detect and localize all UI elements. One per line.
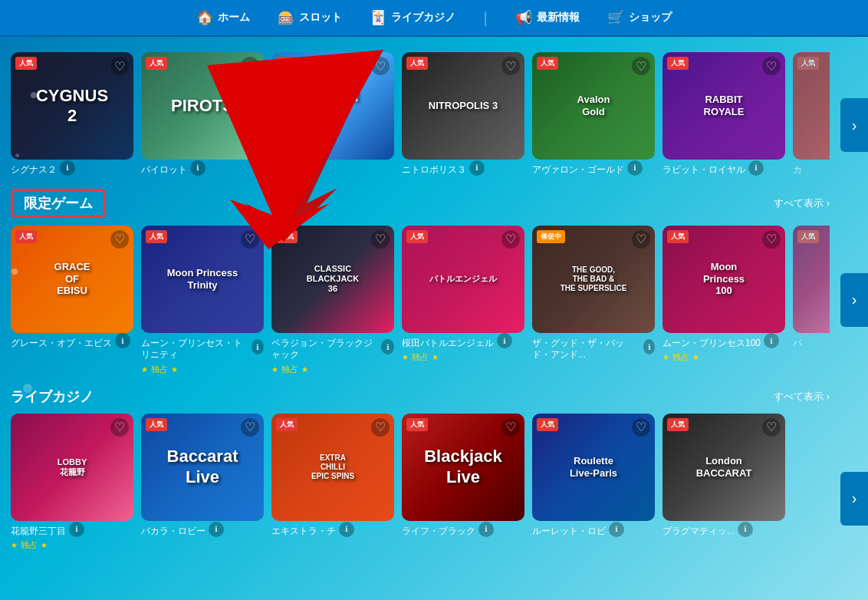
game-card-classic-blackjack[interactable]: CLASSICBLACKJACK36 人気 ♡ ベラジョン・ブラックジャック ℹ… [271, 226, 394, 375]
section-popular: CYGNUS2 人気 ♡ シグナス２ ℹ PIROTS 人気 ♡ パイロット [0, 45, 868, 176]
game-label-classic-blackjack: ベラジョン・ブラックジャック [271, 338, 378, 361]
info-blackjack-live[interactable]: ℹ [478, 522, 494, 537]
heart-pirots[interactable]: ♡ [241, 57, 259, 75]
game-card-rabbit[interactable]: RABBITROYALE 人気 ♡ ラビット・ロイヤル ℹ [663, 52, 785, 176]
info-cygnus2[interactable]: ℹ [60, 160, 75, 176]
heart-grace[interactable]: ♡ [110, 230, 129, 249]
game-card-lobby[interactable]: LOBBY花籠野 ♡ 花籠野三丁目 ℹ ★ 独占 ★ [11, 414, 133, 552]
badge-partial2: 人気 [797, 230, 819, 243]
arrow-next-limited[interactable]: › [840, 273, 868, 327]
game-label-partial2: パ [793, 338, 830, 350]
info-london-baccarat[interactable]: ℹ [738, 522, 753, 537]
game-card-pirots[interactable]: PIROTS 人気 ♡ パイロット ℹ [141, 52, 264, 176]
info-rabbit[interactable]: ℹ [748, 160, 764, 176]
info-grace[interactable]: ℹ [115, 333, 130, 348]
badge-rabbit: 人気 [667, 57, 689, 70]
arrow-next-live[interactable]: › [840, 472, 868, 526]
info-battle-angel[interactable]: ℹ [497, 333, 512, 348]
info-tropi2[interactable]: ℹ [284, 160, 299, 176]
heart-baccarat-live[interactable]: ♡ [241, 418, 259, 437]
exclusive-label-lobby: 独占 [21, 539, 38, 551]
game-card-baccarat-live[interactable]: BaccaratLive 人気 ♡ バカラ・ロビー ℹ [141, 414, 264, 552]
badge-london-baccarat: 人気 [667, 418, 689, 431]
game-card-cygnus2[interactable]: CYGNUS2 人気 ♡ シグナス２ ℹ [11, 52, 133, 176]
game-card-avalon[interactable]: AvalonGold 人気 ♡ アヴァロン・ゴールド ℹ [532, 52, 655, 176]
stars2-battle: ★ [432, 353, 439, 361]
game-card-grace[interactable]: GRACEOFEBISU 人気 ♡ グレース・オブ・エビス ℹ [11, 226, 133, 375]
info-moon-princess[interactable]: ℹ [252, 339, 264, 354]
heart-rabbit[interactable]: ♡ [762, 57, 781, 75]
heart-london-baccarat[interactable]: ♡ [762, 418, 781, 437]
nav-divider: | [483, 9, 487, 27]
game-thumb-pirots: PIROTS 人気 ♡ [141, 52, 264, 160]
game-label-lobby: 花籠野三丁目 [11, 526, 66, 538]
heart-moon100[interactable]: ♡ [762, 230, 781, 249]
info-baccarat-live[interactable]: ℹ [209, 522, 224, 537]
badge-moon-princess: 人気 [146, 230, 167, 243]
game-card-partial1[interactable]: 人気 カ [793, 52, 830, 176]
section-limited: 限定ゲーム すべて表示 › GRACEOFEBISU 人気 ♡ グレース・オブ・… [0, 189, 868, 375]
nav-slots-label: スロット [299, 11, 342, 25]
slots-icon: 🎰 [278, 9, 294, 26]
see-all-limited[interactable]: すべて表示 › [774, 196, 830, 210]
info-goodbad[interactable]: ℹ [643, 339, 655, 354]
nav-shop[interactable]: 🛒 ショップ [607, 9, 672, 26]
heart-lobby[interactable]: ♡ [110, 418, 129, 437]
heart-roulette[interactable]: ♡ [632, 418, 650, 437]
exclusive-lobby: ★ 独占 ★ [11, 539, 133, 551]
game-thumb-text-moon-princess: Moon PrincessTrinity [164, 264, 241, 294]
info-moon100[interactable]: ℹ [764, 333, 779, 348]
game-thumb-text-moon100: MoonPrincess100 [700, 258, 748, 300]
game-card-nitro3[interactable]: NITROPOLIS 3 人気 ♡ ニトロポリス３ ℹ [402, 52, 524, 176]
heart-goodbad[interactable]: ♡ [632, 230, 650, 249]
game-card-blackjack-live[interactable]: BlackjackLive 人気 ♡ ライフ・ブラック ℹ [402, 414, 524, 552]
game-card-goodbad[interactable]: THE GOOD,THE BAD &THE SUPERSLICE 催促中 ♡ ザ… [532, 226, 655, 375]
game-card-moon-princess[interactable]: Moon PrincessTrinity 人気 ♡ ムーン・プリンセス・トリニテ… [141, 226, 264, 375]
badge-battle-angel: 人気 [406, 230, 428, 243]
heart-nitro3[interactable]: ♡ [501, 57, 520, 75]
game-card-moon100[interactable]: MoonPrincess100 人気 ♡ ムーン・プリンセス100 ℹ ★ 独占… [663, 226, 785, 375]
nav-home[interactable]: 🏠 ホーム [196, 9, 250, 26]
info-roulette[interactable]: ℹ [609, 522, 624, 537]
game-thumb-partial2: 人気 [793, 226, 830, 333]
game-card-roulette[interactable]: RouletteLive-Paris 人気 ♡ ルーレット・ロビ ℹ [532, 414, 655, 552]
game-card-battle-angel[interactable]: バトルエンジェル 人気 ♡ 桜田バトルエンジェル ℹ ★ 独占 ★ [402, 226, 524, 375]
info-extra-chilli[interactable]: ℹ [339, 522, 354, 537]
game-card-partial2[interactable]: 人気 パ [793, 226, 830, 375]
nav-slots[interactable]: 🎰 スロット [278, 9, 342, 26]
game-thumb-partial1: 人気 [793, 52, 830, 160]
game-thumb-moon-princess: Moon PrincessTrinity 人気 ♡ [141, 226, 264, 333]
sparkle-3 [12, 269, 18, 275]
info-pirots[interactable]: ℹ [190, 160, 205, 176]
game-thumb-lobby: LOBBY花籠野 ♡ [11, 414, 133, 521]
info-classic-blackjack[interactable]: ℹ [381, 339, 394, 354]
game-card-extra-chilli[interactable]: EXTRACHILLIEPIC SPINS 人気 ♡ エキストラ・チ ℹ [271, 414, 394, 552]
heart-cygnus2[interactable]: ♡ [110, 57, 129, 75]
nav-live-casino[interactable]: 🃏 ライブカジノ [370, 9, 455, 26]
heart-tropi2[interactable]: ♡ [371, 57, 390, 75]
heart-classic-blackjack[interactable]: ♡ [371, 230, 390, 249]
heart-moon-princess[interactable]: ♡ [241, 230, 259, 249]
game-card-london-baccarat[interactable]: LondonBACCARAT 人気 ♡ プラグマティッ... ℹ [663, 414, 785, 552]
game-label-pirots: パイロット [141, 164, 187, 176]
game-thumb-text-avalon: AvalonGold [574, 91, 613, 120]
game-thumb-goodbad: THE GOOD,THE BAD &THE SUPERSLICE 催促中 ♡ [532, 226, 655, 333]
stars2-moon-princess: ★ [171, 365, 178, 374]
heart-battle-angel[interactable]: ♡ [501, 230, 520, 249]
arrow-next-popular[interactable]: › [840, 98, 868, 152]
game-label-rabbit: ラビット・ロイヤル [663, 164, 745, 176]
heart-extra-chilli[interactable]: ♡ [371, 418, 390, 437]
game-thumb-extra-chilli: EXTRACHILLIEPIC SPINS 人気 ♡ [271, 414, 394, 521]
nav-news[interactable]: 📢 最新情報 [515, 9, 580, 26]
see-all-live[interactable]: すべて表示 › [774, 390, 830, 404]
heart-blackjack-live[interactable]: ♡ [501, 418, 520, 437]
info-avalon[interactable]: ℹ [627, 160, 643, 176]
game-label-baccarat-live: バカラ・ロビー [141, 526, 205, 538]
game-card-tropi2[interactable]: TROPI2 人気 ♡ ２ ℹ [271, 52, 394, 176]
limited-game-row: GRACEOFEBISU 人気 ♡ グレース・オブ・エビス ℹ Moon Pri… [11, 226, 830, 375]
heart-avalon[interactable]: ♡ [632, 57, 650, 75]
info-lobby[interactable]: ℹ [69, 522, 84, 537]
game-label-grace: グレース・オブ・エビス [11, 338, 112, 350]
game-label-avalon: アヴァロン・ゴールド [532, 164, 624, 176]
info-nitro3[interactable]: ℹ [469, 160, 485, 176]
